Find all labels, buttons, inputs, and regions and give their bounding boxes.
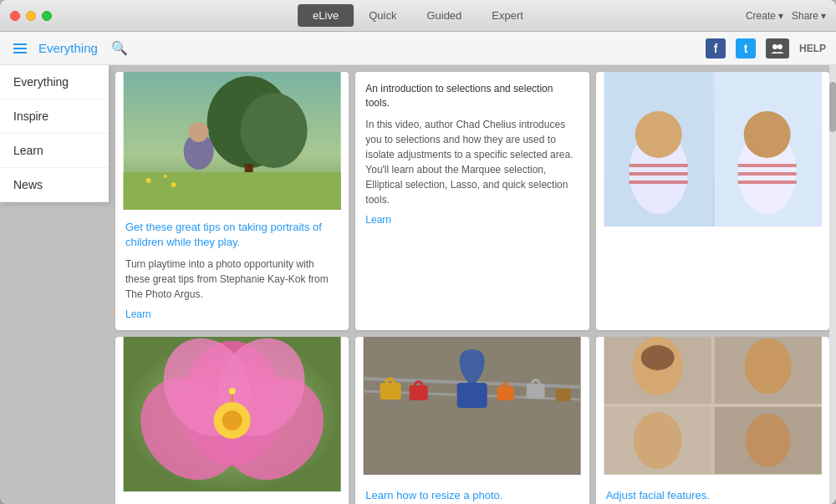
portrait-card-body: Get these great tips on taking portraits… (115, 210, 349, 330)
svg-rect-19 (629, 181, 687, 184)
svg-point-1 (777, 44, 782, 49)
tab-quick[interactable]: Quick (354, 4, 411, 27)
search-button[interactable]: 🔍 (111, 40, 128, 56)
svg-rect-43 (556, 389, 571, 401)
selections-card-body: An introduction to selections and select… (355, 72, 589, 236)
dropdown-item-everything[interactable]: Everything (0, 65, 109, 99)
nav-tabs: eLive Quick Guided Expert (298, 4, 538, 27)
svg-rect-42 (527, 384, 545, 399)
close-button[interactable] (10, 11, 20, 21)
hamburger-menu-button[interactable] (10, 40, 30, 57)
svg-point-16 (635, 111, 681, 158)
share-chevron-icon: ▾ (821, 10, 826, 22)
svg-point-50 (640, 345, 674, 370)
facebook-button[interactable]: f (706, 38, 726, 59)
portrait-image (115, 72, 349, 210)
scrollbar-track (829, 65, 836, 504)
tab-elive[interactable]: eLive (298, 4, 354, 27)
share-button[interactable]: Share ▾ (792, 10, 826, 22)
scrollbar-thumb[interactable] (829, 82, 836, 132)
svg-point-9 (146, 178, 151, 183)
svg-rect-24 (737, 181, 796, 184)
portrait-card-text: Turn playtime into a photo opportunity w… (125, 257, 339, 302)
maximize-button[interactable] (42, 11, 52, 21)
toolbar-right-actions: f t HELP (706, 38, 826, 59)
locks-image (355, 337, 589, 475)
facial-image (596, 337, 829, 475)
facial-card-title[interactable]: Adjust facial features. (606, 488, 819, 503)
twitter-button[interactable]: t (736, 38, 756, 59)
svg-point-32 (222, 410, 242, 430)
main-area: Everything Inspire Learn News (0, 65, 836, 504)
svg-point-4 (241, 93, 308, 168)
children-image (596, 72, 829, 227)
minimize-button[interactable] (26, 11, 36, 21)
create-button[interactable]: Create ▾ (746, 10, 783, 22)
navigation-dropdown: Everything Inspire Learn News (0, 65, 109, 202)
svg-rect-22 (737, 164, 796, 167)
svg-rect-38 (380, 383, 401, 400)
svg-point-0 (772, 44, 777, 49)
help-button[interactable]: HELP (799, 43, 826, 54)
content-grid: Get these great tips on taking portraits… (115, 72, 829, 504)
svg-point-51 (744, 339, 791, 394)
toolbar: Everything 🔍 f t HELP (0, 32, 836, 65)
svg-rect-39 (410, 385, 428, 400)
dropdown-item-news[interactable]: News (0, 168, 109, 202)
create-chevron-icon: ▾ (778, 10, 783, 22)
card-flower (115, 337, 349, 504)
content-area[interactable]: Get these great tips on taking portraits… (0, 65, 836, 504)
card-portrait: Get these great tips on taking portraits… (115, 72, 349, 330)
facial-card-body: Adjust facial features. In this video, a… (596, 478, 829, 504)
svg-point-11 (164, 175, 167, 178)
title-bar: eLive Quick Guided Expert Create ▾ Share… (0, 0, 836, 32)
svg-point-53 (745, 414, 790, 467)
portrait-card-title[interactable]: Get these great tips on taking portraits… (125, 220, 339, 250)
locks-card-title[interactable]: Learn how to resize a photo. (365, 488, 579, 503)
svg-point-34 (229, 388, 236, 395)
svg-rect-23 (737, 172, 796, 176)
community-button[interactable] (766, 38, 789, 59)
card-selections: An introduction to selections and select… (355, 72, 589, 330)
traffic-lights (10, 11, 52, 21)
svg-rect-17 (629, 164, 687, 167)
selections-card-text: In this video, author Chad Chelius intro… (365, 117, 579, 207)
toolbar-title[interactable]: Everything (38, 41, 98, 55)
flower-image (115, 337, 349, 491)
selections-card-link[interactable]: Learn (365, 214, 579, 226)
locks-card-body: Learn how to resize a photo. In this vid… (355, 478, 589, 504)
dropdown-item-inspire[interactable]: Inspire (0, 99, 109, 134)
selections-intro-title: An introduction to selections and select… (365, 82, 579, 110)
card-locks: Learn how to resize a photo. In this vid… (355, 337, 589, 504)
svg-point-10 (171, 182, 176, 187)
tab-expert[interactable]: Expert (477, 4, 538, 27)
tab-guided[interactable]: Guided (411, 4, 477, 27)
card-facial: Adjust facial features. In this video, a… (596, 337, 829, 504)
app-window: eLive Quick Guided Expert Create ▾ Share… (0, 0, 836, 504)
svg-point-52 (633, 412, 681, 469)
svg-rect-40 (457, 383, 487, 408)
svg-point-8 (189, 122, 209, 142)
card-children (596, 72, 829, 330)
portrait-card-link[interactable]: Learn (125, 308, 339, 320)
svg-point-21 (743, 111, 790, 158)
svg-rect-6 (124, 172, 341, 210)
dropdown-item-learn[interactable]: Learn (0, 134, 109, 168)
svg-rect-18 (629, 172, 687, 176)
svg-rect-41 (497, 387, 514, 400)
title-bar-right: Create ▾ Share ▾ (746, 10, 826, 22)
